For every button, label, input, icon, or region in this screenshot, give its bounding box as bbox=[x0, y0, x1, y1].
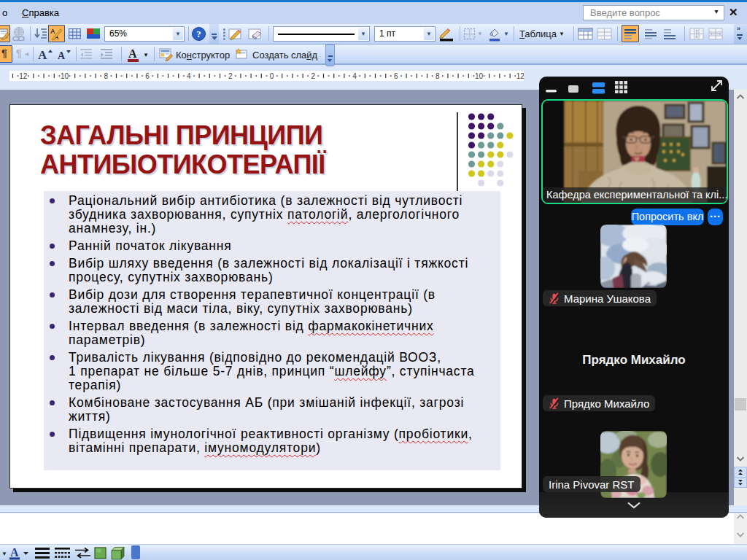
svg-text:A: A bbox=[58, 50, 66, 61]
svg-text:A: A bbox=[10, 546, 19, 559]
svg-text:A: A bbox=[128, 47, 137, 60]
svg-text:0: 0 bbox=[270, 72, 274, 80]
svg-text:2: 2 bbox=[228, 72, 233, 80]
svg-text:10: 10 bbox=[475, 72, 484, 80]
svg-text:12: 12 bbox=[516, 72, 524, 80]
svg-text:4: 4 bbox=[352, 72, 357, 80]
svg-text:8: 8 bbox=[104, 72, 109, 80]
svg-text:A: A bbox=[38, 48, 47, 62]
svg-text:8: 8 bbox=[436, 72, 440, 80]
svg-text:6: 6 bbox=[394, 72, 398, 80]
svg-text:6: 6 bbox=[145, 72, 150, 80]
svg-text:12: 12 bbox=[19, 72, 28, 80]
svg-text:10: 10 bbox=[61, 72, 69, 80]
svg-text:4: 4 bbox=[187, 72, 191, 80]
svg-text:?: ? bbox=[196, 28, 201, 39]
svg-text:2: 2 bbox=[311, 72, 316, 80]
